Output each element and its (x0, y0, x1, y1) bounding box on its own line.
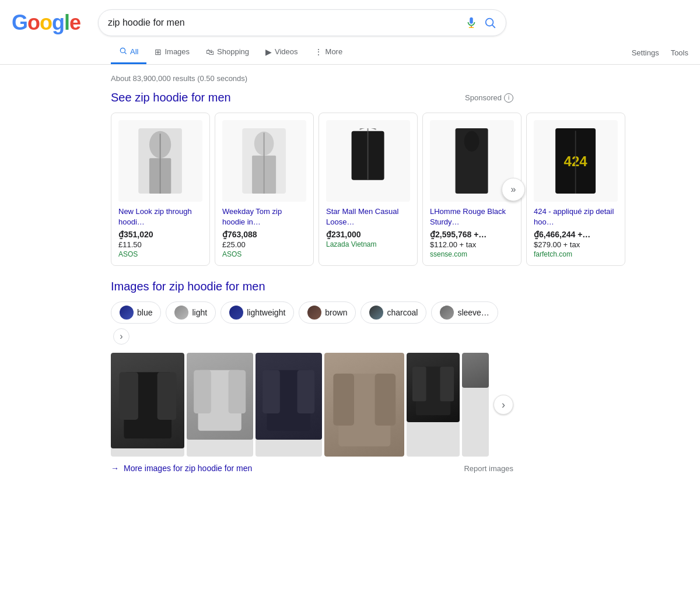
filter-thumb-lightweight (229, 306, 243, 320)
product-store-1: ASOS (118, 250, 202, 258)
product-store-4: ssense.com (430, 250, 514, 258)
filter-pill-lightweight[interactable]: lightweight (220, 301, 294, 324)
nav-item-all[interactable]: All (111, 41, 146, 64)
shopping-section: See zip hoodie for men Sponsored i New L… (111, 91, 513, 266)
product-price-local-5: ₫6,466,244 +… (534, 230, 618, 239)
tools-link[interactable]: Tools (671, 48, 688, 57)
image-thumb-1[interactable] (111, 353, 184, 457)
product-price-gbp-2: £25.00 (222, 240, 306, 249)
nav-images-label: Images (164, 47, 190, 56)
image-thumb-4[interactable] (324, 353, 404, 457)
svg-rect-29 (262, 370, 280, 413)
more-images-label: More images for zip hoodie for men (124, 464, 252, 473)
settings-link[interactable]: Settings (632, 48, 659, 57)
results-count: About 83,900,000 results (0.50 seconds) (111, 69, 513, 91)
product-price-local-4: ₫2,595,768 +… (430, 230, 514, 239)
svg-rect-24 (157, 372, 176, 420)
filter-pills: blue light lightweight brown charcoal sl… (111, 301, 513, 345)
product-card-1[interactable]: New Look zip through hoodi… ₫351,020 £11… (111, 113, 210, 266)
nav-item-more[interactable]: ⋮ More (306, 41, 351, 64)
sponsored-badge: Sponsored i (465, 93, 513, 103)
nav-all-label: All (130, 47, 138, 56)
images-next-button[interactable]: › (491, 353, 513, 457)
filter-pill-charcoal[interactable]: charcoal (360, 301, 426, 324)
search-input[interactable] (108, 17, 459, 28)
product-name-1: New Look zip through hoodi… (118, 206, 202, 227)
product-price-local-3: ₫231,000 (326, 230, 410, 239)
shopping-nav-icon: 🛍 (206, 47, 214, 57)
videos-nav-icon: ▶ (265, 47, 272, 57)
product-card-5[interactable]: 424 424 - appliqué zip detail hoo… ₫6,46… (526, 113, 625, 266)
svg-rect-32 (333, 374, 354, 426)
filter-pill-brown[interactable]: brown (299, 301, 356, 324)
product-store-3: Lazada Vietnam (326, 240, 410, 248)
product-price-local-2: ₫763,088 (222, 230, 306, 239)
shopping-title: See zip hoodie for men (111, 91, 231, 104)
filter-label-blue: blue (137, 308, 152, 317)
nav-videos-label: Videos (275, 47, 298, 56)
product-name-5: 424 - appliqué zip detail hoo… (534, 206, 618, 227)
svg-rect-27 (229, 370, 246, 413)
filter-pill-blue[interactable]: blue (111, 301, 161, 324)
filter-thumb-charcoal (369, 306, 383, 320)
mic-icon[interactable] (465, 16, 478, 29)
product-name-4: LHomme Rouge Black Sturdy… (430, 206, 514, 227)
arrow-right-icon: → (111, 464, 119, 473)
filter-pills-next-button[interactable]: › (113, 328, 130, 345)
more-images-link[interactable]: → More images for zip hoodie for men (111, 464, 252, 473)
products-row: New Look zip through hoodi… ₫351,020 £11… (111, 113, 513, 266)
nav-item-videos[interactable]: ▶ Videos (257, 41, 306, 64)
product-image-1 (118, 120, 202, 202)
filter-label-brown: brown (325, 308, 347, 317)
product-price-gbp-5: $279.00 + tax (534, 240, 618, 249)
product-price-local-1: ₫351,020 (118, 230, 202, 239)
search-icons (465, 16, 496, 29)
svg-rect-30 (298, 370, 315, 413)
navigation: All ⊞ Images 🛍 Shopping ▶ Videos ⋮ More … (0, 36, 700, 65)
images-grid: › (111, 353, 513, 457)
filter-label-light: light (192, 308, 207, 317)
product-card-2[interactable]: Weekday Tom zip hoodie in… ₫763,088 £25.… (215, 113, 314, 266)
product-image-2 (222, 120, 306, 202)
image-thumb-2[interactable] (187, 353, 253, 457)
images-section: Images for zip hoodie for men blue light… (111, 280, 513, 473)
svg-rect-26 (194, 370, 211, 413)
svg-rect-33 (374, 374, 396, 426)
search-nav-icon (119, 47, 127, 57)
nav-item-images[interactable]: ⊞ Images (146, 41, 198, 64)
filter-thumb-sleeve (440, 306, 454, 320)
filter-label-lightweight: lightweight (247, 308, 285, 317)
image-thumb-6[interactable] (462, 353, 489, 457)
nav-more-label: More (326, 47, 343, 56)
svg-point-18 (464, 131, 480, 152)
svg-rect-35 (412, 367, 426, 401)
svg-rect-36 (440, 367, 454, 401)
product-name-2: Weekday Tom zip hoodie in… (222, 206, 306, 227)
search-bar (98, 9, 506, 36)
images-section-title: Images for zip hoodie for men (111, 280, 513, 293)
product-card-3[interactable]: Star Mall Men Casual Loose… ₫231,000 Laz… (318, 113, 418, 266)
image-thumb-5[interactable] (407, 353, 460, 457)
filter-pill-sleeve[interactable]: sleeve… (431, 301, 498, 324)
svg-rect-23 (119, 372, 138, 420)
filter-label-charcoal: charcoal (387, 308, 418, 317)
product-name-3: Star Mall Men Casual Loose… (326, 206, 410, 227)
filter-label-sleeve: sleeve… (457, 308, 489, 317)
filter-pill-light[interactable]: light (166, 301, 216, 324)
more-images-row: → More images for zip hoodie for men Rep… (111, 464, 513, 473)
filter-thumb-blue (120, 306, 134, 320)
svg-line-3 (492, 25, 495, 27)
images-nav-icon: ⊞ (155, 47, 162, 57)
search-bar-wrapper (98, 9, 506, 36)
search-icon[interactable] (484, 16, 496, 29)
image-thumb-3[interactable] (256, 353, 322, 457)
nav-shopping-label: Shopping (217, 47, 249, 56)
products-next-button[interactable]: » (502, 178, 525, 201)
report-images-link[interactable]: Report images (464, 464, 513, 473)
sponsored-info-icon[interactable]: i (504, 93, 513, 103)
nav-item-shopping[interactable]: 🛍 Shopping (198, 41, 257, 64)
shopping-section-header: See zip hoodie for men Sponsored i (111, 91, 513, 104)
product-image-5: 424 (534, 120, 618, 202)
header: Google (0, 0, 700, 36)
product-price-gbp-4: $112.00 + tax (430, 240, 514, 249)
